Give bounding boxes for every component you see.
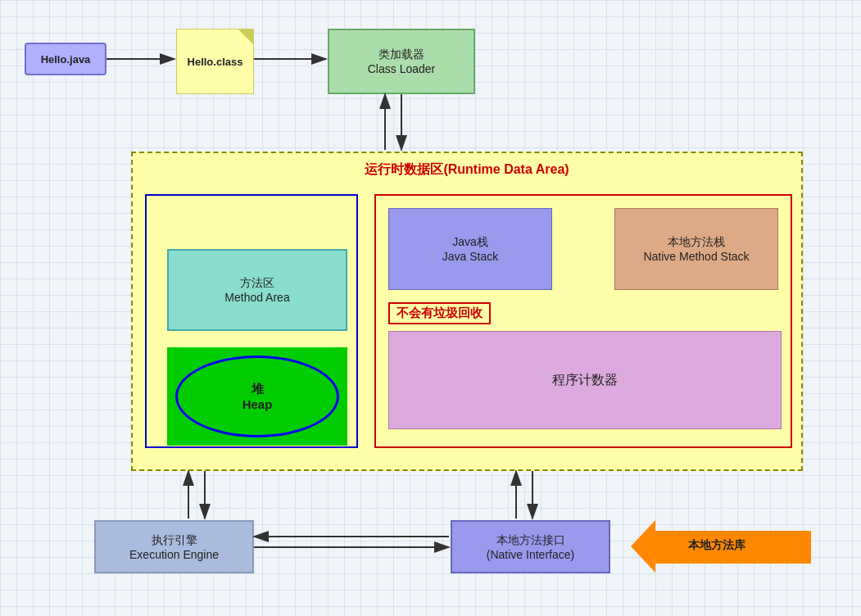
runtime-title: 运行时数据区(Runtime Data Area) [133,161,801,179]
java-stack-box: Java栈 Java Stack [388,208,552,290]
native-interface-line1: 本地方法接口 [496,533,565,548]
class-loader-box: 类加载器 Class Loader [328,29,475,94]
java-stack-line2: Java Stack [442,250,498,263]
heap-line1: 堆 [242,382,273,397]
native-stack-box: 本地方法栈 Native Method Stack [614,208,778,290]
heap-box: 堆 Heap [167,347,347,446]
program-counter-box: 程序计数器 [388,331,782,429]
execution-engine-line2: Execution Engine [129,548,219,561]
red-area: Java栈 Java Stack 本地方法栈 Native Method Sta… [374,194,792,448]
native-library-label: 本地方法库 [688,538,745,553]
heap-text: 堆 Heap [242,382,273,411]
blue-area: 方法区 Method Area 堆 Heap [145,194,358,448]
heap-line2: Heap [242,397,273,411]
runtime-area: 运行时数据区(Runtime Data Area) 方法区 Method Are… [131,152,803,471]
class-loader-line1: 类加载器 [378,48,424,62]
execution-engine-box: 执行引擎 Execution Engine [94,520,254,573]
native-interface-box: 本地方法接口 (Native Interface) [451,520,610,573]
hello-java-label: Hello.java [41,53,91,66]
method-area-line1: 方法区 [240,276,274,291]
method-area-box: 方法区 Method Area [167,249,347,331]
program-counter-label: 程序计数器 [552,372,618,389]
class-loader-line2: Class Loader [368,62,436,75]
execution-engine-line1: 执行引擎 [152,533,197,548]
native-interface-line2: (Native Interface) [487,548,574,561]
native-stack-line2: Native Method Stack [643,250,749,263]
native-stack-line1: 本地方法栈 [668,235,725,250]
method-area-line2: Method Area [224,291,289,304]
hello-class-label: Hello.class [188,56,243,68]
java-stack-line1: Java栈 [452,235,488,250]
no-gc-label: 不会有垃圾回收 [388,302,491,324]
hello-java-box: Hello.java [25,43,106,75]
hello-class-box: Hello.class [176,29,254,94]
